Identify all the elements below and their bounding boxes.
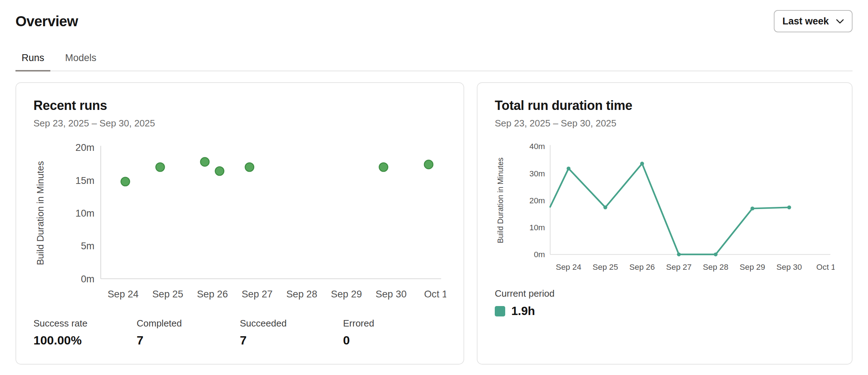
tab-runs[interactable]: Runs bbox=[15, 52, 50, 71]
svg-text:40m: 40m bbox=[529, 142, 545, 151]
svg-text:Sep 29: Sep 29 bbox=[331, 288, 362, 300]
svg-text:Sep 27: Sep 27 bbox=[242, 288, 273, 300]
period-selector-dropdown[interactable]: Last week bbox=[774, 10, 853, 32]
legend-label: Current period bbox=[495, 288, 835, 299]
svg-text:20m: 20m bbox=[529, 196, 545, 205]
svg-text:15m: 15m bbox=[76, 175, 95, 186]
svg-text:30m: 30m bbox=[529, 169, 545, 178]
svg-text:Sep 25: Sep 25 bbox=[152, 288, 183, 300]
stat-completed: Completed 7 bbox=[137, 318, 240, 347]
stat-errored: Errored 0 bbox=[343, 318, 446, 347]
legend-value: 1.9h bbox=[511, 304, 535, 318]
recent-runs-stats: Success rate 100.00% Completed 7 Succeed… bbox=[33, 318, 446, 347]
svg-text:5m: 5m bbox=[81, 240, 95, 251]
svg-text:Sep 27: Sep 27 bbox=[666, 263, 692, 272]
svg-text:Sep 30: Sep 30 bbox=[376, 288, 407, 300]
legend-row: 1.9h bbox=[495, 304, 835, 318]
svg-text:10m: 10m bbox=[529, 223, 545, 232]
recent-runs-card: Recent runs Sep 23, 2025 – Sep 30, 2025 … bbox=[15, 82, 464, 365]
recent-runs-title: Recent runs bbox=[33, 98, 446, 113]
stat-value: 0 bbox=[343, 333, 446, 347]
svg-text:Sep 29: Sep 29 bbox=[740, 263, 765, 272]
stat-label: Completed bbox=[137, 318, 240, 329]
stat-label: Success rate bbox=[33, 318, 137, 329]
total-run-duration-line-chart: 0m10m20m30m40mSep 24Sep 25Sep 26Sep 27Se… bbox=[495, 141, 835, 279]
total-run-duration-card: Total run duration time Sep 23, 2025 – S… bbox=[477, 82, 853, 365]
total-run-duration-date-range: Sep 23, 2025 – Sep 30, 2025 bbox=[495, 118, 835, 129]
svg-text:Oct 1: Oct 1 bbox=[424, 288, 446, 300]
tab-models[interactable]: Models bbox=[59, 52, 102, 71]
svg-text:Sep 24: Sep 24 bbox=[556, 263, 581, 272]
svg-text:Sep 26: Sep 26 bbox=[197, 288, 228, 300]
stat-value: 7 bbox=[240, 333, 343, 347]
stat-label: Succeeded bbox=[240, 318, 343, 329]
page-title: Overview bbox=[15, 13, 78, 29]
recent-runs-date-range: Sep 23, 2025 – Sep 30, 2025 bbox=[33, 118, 446, 129]
svg-text:Build Duration in Minutes: Build Duration in Minutes bbox=[496, 157, 505, 243]
svg-text:Sep 25: Sep 25 bbox=[593, 263, 618, 272]
svg-text:Build Duration in Minutes: Build Duration in Minutes bbox=[35, 161, 46, 265]
svg-text:0m: 0m bbox=[534, 250, 545, 259]
svg-text:0m: 0m bbox=[81, 273, 95, 284]
svg-text:10m: 10m bbox=[76, 208, 95, 219]
svg-text:Sep 24: Sep 24 bbox=[108, 288, 138, 300]
stat-value: 100.00% bbox=[33, 333, 137, 347]
stat-label: Errored bbox=[343, 318, 446, 329]
legend-swatch bbox=[495, 306, 505, 316]
total-run-duration-title: Total run duration time bbox=[495, 98, 835, 113]
overview-page: Overview Last week Runs Models Recent ru… bbox=[0, 0, 868, 365]
chevron-down-icon bbox=[836, 19, 844, 24]
svg-text:Sep 28: Sep 28 bbox=[286, 288, 317, 300]
cards-row: Recent runs Sep 23, 2025 – Sep 30, 2025 … bbox=[15, 82, 853, 365]
tab-bar: Runs Models bbox=[15, 52, 853, 71]
svg-text:Sep 28: Sep 28 bbox=[703, 263, 728, 272]
stat-value: 7 bbox=[137, 333, 240, 347]
stat-success-rate: Success rate 100.00% bbox=[33, 318, 137, 347]
period-selector-label: Last week bbox=[782, 16, 829, 27]
svg-text:Sep 30: Sep 30 bbox=[776, 263, 802, 272]
svg-text:20m: 20m bbox=[76, 142, 95, 153]
recent-runs-scatter-chart: 0m5m10m15m20mSep 24Sep 25Sep 26Sep 27Sep… bbox=[33, 141, 446, 309]
stat-succeeded: Succeeded 7 bbox=[240, 318, 343, 347]
svg-text:Oct 1: Oct 1 bbox=[816, 263, 835, 272]
page-header: Overview Last week bbox=[15, 10, 853, 32]
svg-text:Sep 26: Sep 26 bbox=[629, 263, 655, 272]
